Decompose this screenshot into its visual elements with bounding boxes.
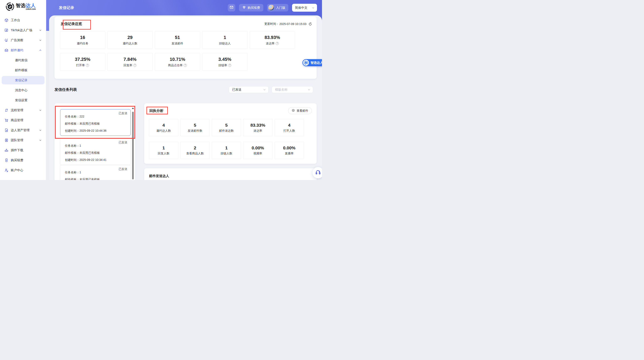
- sidebar-subitem-label: 邮件模板: [15, 68, 28, 72]
- stat-invited-creators: 4邀约达人数: [149, 119, 178, 136]
- sidebar-subitem-mail-template[interactable]: 邮件模板: [0, 65, 46, 75]
- buy-renew-label: 购买续费: [248, 6, 260, 10]
- brand-logo-text: 智选达人 zxkol.com: [16, 3, 36, 10]
- help-icon[interactable]: ?: [228, 64, 231, 67]
- sidebar-item-mail-invite[interactable]: 邮件邀约: [0, 45, 46, 55]
- support-headset-button[interactable]: [312, 167, 322, 178]
- sidebar-item-team-mgmt[interactable]: 团队管理: [0, 135, 46, 145]
- tasks-title: 发信任务列表: [54, 87, 77, 92]
- language-select[interactable]: 简体中文: [292, 4, 317, 12]
- stat-live-rate: 0.00%直播率: [274, 142, 304, 159]
- sidebar-item-plugin-download[interactable]: 插件下载: [0, 145, 46, 155]
- task-card[interactable]: 已发送 任务名称：1 邮件模板：未应用已有模板: [60, 165, 131, 180]
- sidebar-subitem-message-center[interactable]: 消息中心: [0, 85, 46, 95]
- brand-domain: zxkol.com: [16, 8, 36, 10]
- task-template-value: 未应用已有模板: [80, 151, 100, 154]
- stat-value: 0.00%: [283, 145, 296, 150]
- chevron-down-icon: [39, 109, 42, 111]
- help-icon[interactable]: ?: [276, 42, 279, 45]
- brand-name-primary: 智选: [16, 3, 26, 8]
- chevron-down-icon: [312, 7, 314, 9]
- sidebar-item-product-mgmt[interactable]: 商品管理: [0, 115, 46, 125]
- radar-icon: [4, 38, 8, 42]
- stat-label: 查看商品人数: [186, 152, 204, 155]
- sidebar-item-label: 账户中心: [11, 168, 23, 172]
- download-tray-icon: [4, 148, 8, 152]
- stat-value: 3.45%: [218, 57, 231, 62]
- task-name-row: 任务名称：1: [65, 171, 81, 174]
- chevron-up-icon: [39, 49, 42, 52]
- help-icon[interactable]: ?: [133, 64, 136, 67]
- scroll-up-arrow[interactable]: [132, 107, 134, 109]
- stat-open-count: 4打开人数: [274, 119, 304, 136]
- sidebar-item-label: TikTok达人广场: [11, 28, 32, 32]
- template-filter-select[interactable]: 模版名称: [272, 86, 313, 93]
- mail-senders-title: 邮件发送达人: [149, 174, 169, 178]
- stat-label: 发送邮件: [172, 42, 183, 45]
- stat-sent-mails: 51发送邮件: [155, 31, 200, 49]
- overview-stats-row1: 16邀约任务 29邀约达人数 51发送邮件 1挂链达人 83.93%送达率?: [60, 31, 295, 49]
- sidebar-item-label: 插件下载: [11, 148, 23, 152]
- brand-name-accent: 达人: [26, 3, 36, 8]
- help-icon[interactable]: ?: [86, 64, 89, 67]
- mail-senders-card: 邮件发送达人: [144, 168, 316, 180]
- stat-value: 29: [128, 35, 132, 40]
- refresh-icon[interactable]: [308, 22, 312, 26]
- svg-text:$: $: [6, 159, 7, 161]
- mail-button[interactable]: [228, 4, 235, 12]
- sidebar-item-purchase-renew[interactable]: $ 购买续费: [0, 155, 46, 165]
- status-filter-select[interactable]: 已发送: [229, 86, 268, 93]
- brand-logo[interactable]: Z 智选达人 zxkol.com: [6, 2, 36, 11]
- phone-dollar-icon: $: [4, 158, 8, 162]
- view-mail-button[interactable]: 查看邮件: [288, 107, 312, 114]
- main-area: 发信记录 购买续费 入门版 简体中文: [46, 0, 322, 180]
- status-filter-value: 已发送: [232, 88, 242, 92]
- stat-product-click-rate: 10.71%商品点击率?: [155, 53, 200, 71]
- topbar: 发信记录 购买续费 入门版 简体中文: [46, 0, 322, 16]
- task-template-row: 邮件模板：未应用已有模板: [65, 151, 100, 155]
- stat-label: 送达率: [266, 42, 274, 45]
- task-status-badge: 已发送: [118, 111, 127, 115]
- stat-label: 回复人数: [158, 152, 170, 155]
- task-list: 已发送 任务名称：222 邮件模板：未应用已有模板 创建时间：2025-09-2…: [54, 103, 135, 180]
- scrollbar-thumb[interactable]: [132, 112, 134, 179]
- buy-renew-button[interactable]: 购买续费: [239, 4, 263, 12]
- sidebar-item-tiktok-plaza[interactable]: TikTok达人广场: [0, 25, 46, 35]
- content-panel: 发信记录总览 更新时间：2025-07-09 10:15:03 16邀约任务 2…: [49, 16, 322, 180]
- language-value: 简体中文: [295, 6, 308, 10]
- sidebar-subitem-send-records[interactable]: 发信记录: [0, 75, 46, 85]
- sidebar-item-creator-assets[interactable]: 达人资产管理: [0, 125, 46, 135]
- stat-value: 5: [225, 123, 228, 128]
- task-card[interactable]: 已发送 任务名称：1 邮件模板：未应用已有模板 创建时间：2025-09-22 …: [60, 138, 131, 165]
- task-name-value: 222: [80, 115, 84, 118]
- floating-brand-label: 智选达人: [310, 61, 322, 65]
- view-mail-icon: [292, 109, 295, 113]
- stat-value: 4: [288, 123, 290, 128]
- help-icon[interactable]: ?: [184, 64, 187, 67]
- chevron-down-icon: [263, 88, 266, 91]
- sidebar-subitem-invite-send[interactable]: 邀约发信: [0, 55, 46, 65]
- stat-label: 打开人数: [284, 129, 295, 133]
- floating-brand-widget[interactable]: Z 智选达人: [302, 59, 322, 66]
- sidebar-item-account-center[interactable]: 账户中心: [0, 165, 46, 175]
- sidebar-subitem-label: 消息中心: [15, 88, 28, 92]
- task-card-selected[interactable]: 已发送 任务名称：222 邮件模板：未应用已有模板 创建时间：2025-09-2…: [60, 109, 131, 136]
- chevron-down-icon: [39, 39, 42, 42]
- sidebar-item-ad-insight[interactable]: 广告洞察: [0, 35, 46, 45]
- stat-label: 送达率: [254, 129, 262, 133]
- sidebar-item-process-mgmt[interactable]: 流程管理: [0, 105, 46, 115]
- stat-invite-tasks: 16邀约任务: [60, 31, 105, 49]
- receipt-stats-row2: 1回复人数 2查看商品人数 1挂链人数 0.00%视频率 0.00%直播率: [149, 142, 304, 159]
- sidebar-item-workbench[interactable]: 工作台: [0, 15, 46, 25]
- user-plan-button[interactable]: 入门版: [267, 4, 288, 12]
- chevron-down-icon: [39, 129, 42, 131]
- stat-product-view-count: 2查看商品人数: [180, 142, 210, 159]
- receipt-title: 回执分析: [149, 108, 164, 113]
- task-status-badge: 已发送: [118, 141, 127, 144]
- update-time-value: 2025-07-09 10:15:03: [279, 22, 306, 26]
- stat-video-rate: 0.00%视频率: [243, 142, 272, 159]
- chevron-down-icon: [308, 88, 310, 91]
- sidebar-subitem-send-settings[interactable]: 发信设置: [0, 95, 46, 105]
- sidebar-item-label: 商品管理: [11, 118, 23, 122]
- stat-value: 83.33%: [250, 123, 265, 128]
